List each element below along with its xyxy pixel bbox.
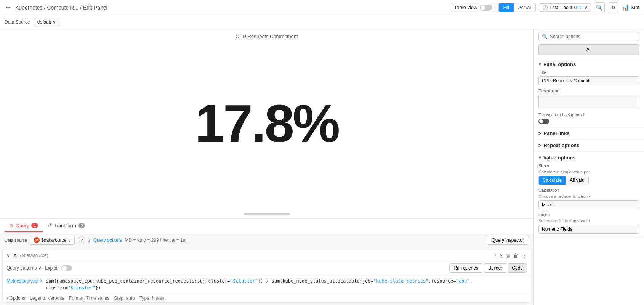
expression-line2: cluster="$cluster"}) xyxy=(46,284,527,291)
panel-links-chevron: > xyxy=(538,130,541,136)
code-button[interactable]: Code xyxy=(508,263,527,273)
stat-display-value: 17.8% xyxy=(195,97,339,150)
query-options-arrow: › xyxy=(88,238,90,243)
query-toolbar: Data source P $datasource ∨ ? › Query op… xyxy=(0,233,533,247)
breadcrumb-sep2: / xyxy=(80,5,82,11)
query-patterns-row: Query patterns ∨ Explain Run queries Bui… xyxy=(3,261,531,275)
query-datasource-selector[interactable]: P $datasource ∨ xyxy=(30,236,75,245)
table-view-switch[interactable] xyxy=(480,5,492,11)
datasource-value: default xyxy=(37,19,51,25)
run-queries-button[interactable]: Run queries xyxy=(449,263,482,273)
scroll-indicator[interactable] xyxy=(244,214,290,215)
chart-area: CPU Requests Commitment 17.8% xyxy=(0,29,533,218)
calculate-button[interactable]: Calculate xyxy=(538,176,566,185)
show-field-desc: Calculate a single value per xyxy=(538,170,639,174)
description-field-label: Description xyxy=(538,88,639,93)
breadcrumb-compute[interactable]: Compute R... xyxy=(47,5,78,11)
refresh-icon[interactable]: ↻ xyxy=(608,2,618,13)
expression-line1: sum(namespace_cpu:kube_pod_container_res… xyxy=(46,278,527,284)
panel-options-label: Panel options xyxy=(543,61,576,67)
query-patterns-button[interactable]: Query patterns ∨ xyxy=(6,265,42,271)
query-row-actions: ? ⎘ ◎ 🗑 ⋮ xyxy=(493,252,527,258)
options-row: › Options Legend: Verbose Format: Time s… xyxy=(3,294,531,302)
repeat-options-section[interactable]: > Repeat options xyxy=(534,140,644,152)
options-format: Format: Time series xyxy=(69,295,109,301)
query-info-icon[interactable]: ? xyxy=(78,236,85,244)
query-meta: MD = auto = 299 Interval = 1m xyxy=(125,238,186,243)
query-delete-icon[interactable]: 🗑 xyxy=(513,252,519,258)
panel-options-section: ∨ Panel options Title Description Transp… xyxy=(534,58,644,127)
fill-button[interactable]: Fill xyxy=(499,3,514,12)
tab-transform[interactable]: ⇄ Transform 0 xyxy=(43,220,90,232)
calculation-field-label: Calculation xyxy=(538,188,639,193)
metrics-browser-row: Metrics browser > sum(namespace_cpu:kube… xyxy=(3,275,531,294)
query-buttons: Run queries Builder Code xyxy=(449,263,527,273)
all-values-button[interactable]: All valu xyxy=(566,176,589,185)
calc-buttons: Calculate All valu xyxy=(538,176,639,185)
datasource-select[interactable]: default ∨ xyxy=(34,18,59,26)
metrics-browser-link[interactable]: Metrics browser > xyxy=(6,278,43,284)
panel-options-chevron: ∨ xyxy=(538,62,541,66)
options-legend: Legend: Verbose xyxy=(30,295,64,301)
right-panel: 🔍 All ∨ Panel options Title Description … xyxy=(533,29,644,305)
query-row-source: ($datasource) xyxy=(20,253,48,258)
query-visibility-icon[interactable]: ◎ xyxy=(506,252,510,258)
title-field-input[interactable] xyxy=(538,76,639,85)
builder-button[interactable]: Builder xyxy=(484,263,506,273)
time-picker[interactable]: 🕐 Last 1 hour UTC ∨ xyxy=(539,3,591,12)
value-options-header[interactable]: ∨ Value options xyxy=(538,155,639,161)
panel-links-section[interactable]: > Panel links xyxy=(534,127,644,140)
show-field-label: Show xyxy=(538,164,639,168)
value-options-section: ∨ Value options Show Calculate a single … xyxy=(534,152,644,237)
clock-icon: 🕐 xyxy=(542,5,548,10)
explain-toggle: Explain xyxy=(45,265,72,271)
query-tabs: ⊙ Query 1 ⇄ Transform 0 xyxy=(0,219,533,233)
query-collapse-arrow[interactable]: ∨ xyxy=(6,253,10,258)
query-help-icon[interactable]: ? xyxy=(493,252,497,258)
actual-button[interactable]: Actual xyxy=(514,3,535,12)
query-duplicate-icon[interactable]: ⎘ xyxy=(500,252,503,258)
query-bottom: ⊙ Query 1 ⇄ Transform 0 Data source P $d… xyxy=(0,218,533,305)
top-bar: ← Kubernetes / Compute R... / Edit Panel… xyxy=(0,0,644,15)
query-expression[interactable]: sum(namespace_cpu:kube_pod_container_res… xyxy=(46,278,527,291)
panel-options-header[interactable]: ∨ Panel options xyxy=(538,61,639,67)
search-box[interactable]: 🔍 xyxy=(538,32,639,41)
query-patterns-chevron: ∨ xyxy=(38,265,42,271)
calculation-field-input[interactable] xyxy=(538,200,639,209)
stat-panel-type[interactable]: 📊 Stat xyxy=(622,4,639,11)
breadcrumb-edit-panel: Edit Panel xyxy=(83,5,107,11)
fields-field-input[interactable] xyxy=(538,225,639,234)
query-inspector-button[interactable]: Query inspector xyxy=(487,236,529,245)
datasource-bar: Data Source default ∨ xyxy=(0,15,644,29)
time-picker-chevron: ∨ xyxy=(584,5,588,10)
description-field-input[interactable] xyxy=(538,95,639,108)
panel-links-label: Panel links xyxy=(544,130,570,136)
calculation-field-desc: Choose a reducer function / xyxy=(538,194,639,199)
all-button[interactable]: All xyxy=(538,44,639,55)
top-bar-right: Table view Fill Actual 🕐 Last 1 hour UTC… xyxy=(451,2,639,13)
breadcrumb-kubernetes[interactable]: Kubernetes xyxy=(15,5,43,11)
search-input[interactable] xyxy=(550,34,636,39)
query-options-link[interactable]: Query options xyxy=(93,238,122,243)
query-tab-label: Query xyxy=(16,223,29,228)
fields-field-label: Fields xyxy=(538,212,639,217)
table-view-toggle[interactable]: Table view xyxy=(451,3,495,12)
back-button[interactable]: ← xyxy=(5,3,11,11)
explain-switch[interactable] xyxy=(61,265,72,271)
options-toggle[interactable]: › Options xyxy=(6,295,25,301)
panel-area: CPU Requests Commitment 17.8% ⊙ Query 1 … xyxy=(0,29,533,305)
transparent-bg-switch[interactable] xyxy=(538,119,549,124)
datasource-chevron: ∨ xyxy=(53,19,56,25)
breadcrumb: Kubernetes / Compute R... / Edit Panel xyxy=(15,5,107,11)
right-panel-search: 🔍 All xyxy=(534,29,644,58)
transparent-bg-toggle xyxy=(538,119,639,124)
zoom-icon[interactable]: 🔍 xyxy=(594,2,605,13)
search-icon: 🔍 xyxy=(542,34,548,39)
time-picker-label: Last 1 hour xyxy=(549,5,572,10)
transform-tab-label: Transform xyxy=(54,223,76,228)
query-more-icon[interactable]: ⋮ xyxy=(522,252,527,258)
query-row-label: A xyxy=(13,253,17,258)
query-patterns-label: Query patterns xyxy=(6,265,37,271)
tab-query[interactable]: ⊙ Query 1 xyxy=(5,220,43,232)
query-tab-icon: ⊙ xyxy=(9,223,13,228)
